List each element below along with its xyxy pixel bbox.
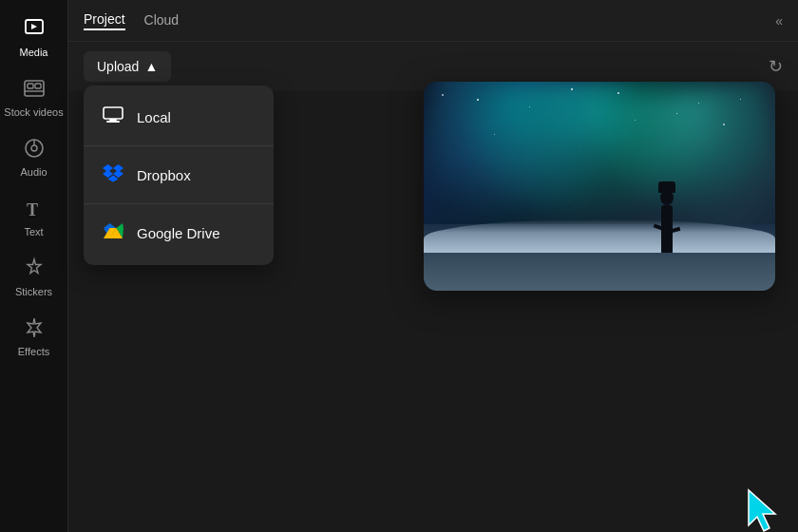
image-preview <box>424 82 775 291</box>
sidebar-item-effects-label: Effects <box>18 346 49 357</box>
stock-videos-icon <box>23 77 46 103</box>
svg-rect-12 <box>106 121 120 123</box>
effects-icon <box>23 316 46 342</box>
sidebar-item-media-label: Media <box>20 47 48 58</box>
dropdown-dropbox-label: Dropbox <box>137 167 191 183</box>
svg-rect-4 <box>35 84 41 88</box>
sidebar-item-effects[interactable]: Effects <box>0 307 67 367</box>
sidebar-item-audio-label: Audio <box>20 166 47 178</box>
svg-rect-10 <box>104 107 123 119</box>
google-drive-icon <box>103 221 124 244</box>
collapse-button[interactable]: « <box>775 13 783 28</box>
refresh-button[interactable]: ↻ <box>769 56 783 77</box>
svg-marker-1 <box>31 24 37 29</box>
svg-point-7 <box>31 145 37 151</box>
upload-dropdown: Local Dropbox <box>84 86 274 265</box>
snow-top <box>424 219 775 253</box>
preview-image <box>424 82 775 291</box>
upload-chevron-icon: ▲ <box>144 59 158 74</box>
sidebar-item-stickers-label: Stickers <box>15 286 52 297</box>
tab-cloud[interactable]: Cloud <box>144 12 180 29</box>
sidebar-item-stickers[interactable]: Stickers <box>0 247 67 307</box>
sidebar-item-audio[interactable]: Audio <box>0 127 67 187</box>
sidebar-item-text[interactable]: T Text <box>0 187 67 247</box>
svg-rect-11 <box>109 119 117 121</box>
sidebar: Media Stock videos Audio T <box>0 0 68 532</box>
sidebar-item-text-label: Text <box>24 226 43 238</box>
svg-text:T: T <box>27 200 38 219</box>
dropdown-item-local[interactable]: Local <box>84 93 274 142</box>
dropdown-separator-2 <box>84 203 274 204</box>
dropbox-icon <box>103 163 124 186</box>
upload-button[interactable]: Upload ▲ <box>84 51 171 82</box>
stickers-icon <box>23 256 46 282</box>
dropdown-separator-1 <box>84 145 274 146</box>
tab-project[interactable]: Project <box>84 11 125 30</box>
person-silhouette <box>654 181 680 253</box>
audio-icon <box>23 137 46 162</box>
dropdown-gdrive-label: Google Drive <box>137 225 220 241</box>
main-content: Project Cloud « Upload ▲ ↻ Local <box>68 0 798 532</box>
media-icon <box>23 17 46 43</box>
sidebar-item-stock-videos[interactable]: Stock videos <box>0 67 67 127</box>
cursor-arrow <box>741 485 788 532</box>
sidebar-item-media[interactable]: Media <box>0 8 67 67</box>
local-icon <box>103 106 124 128</box>
dropdown-item-dropbox[interactable]: Dropbox <box>84 150 274 200</box>
sidebar-item-stock-label: Stock videos <box>4 106 63 118</box>
upload-label: Upload <box>97 59 139 74</box>
tab-bar: Project Cloud « <box>68 0 798 42</box>
text-icon: T <box>23 197 46 222</box>
dropdown-local-label: Local <box>137 109 171 125</box>
dropdown-item-google-drive[interactable]: Google Drive <box>84 208 274 257</box>
svg-rect-3 <box>28 84 33 88</box>
